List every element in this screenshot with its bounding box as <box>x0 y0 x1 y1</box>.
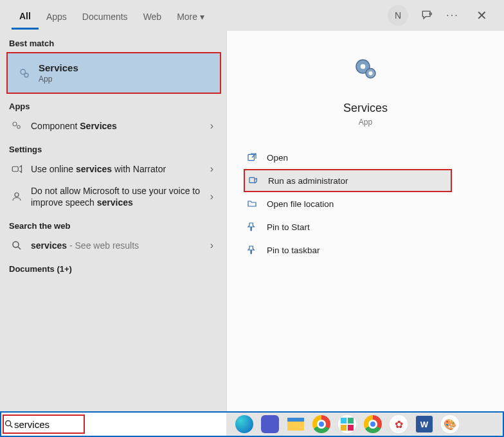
svg-point-9 <box>360 64 365 69</box>
taskbar-word-icon[interactable]: W <box>413 413 436 436</box>
label-settings: Settings <box>0 137 226 158</box>
result-best-match[interactable]: Services App <box>6 52 221 94</box>
folder-icon <box>245 199 259 209</box>
component-services-icon <box>9 120 24 132</box>
chevron-right-icon: › <box>206 163 217 175</box>
svg-point-1 <box>21 69 26 75</box>
svg-point-0 <box>429 13 431 15</box>
taskbar-chrome2-icon[interactable] <box>361 413 384 436</box>
action-pin-to-taskbar[interactable]: Pin to taskbar <box>245 238 504 262</box>
taskbar-slack-icon[interactable] <box>336 413 359 436</box>
search-box[interactable] <box>1 413 226 436</box>
preview-title: Services <box>227 102 504 115</box>
best-match-title: Services <box>39 62 211 73</box>
action-list: Open Run as administrator Open file loca… <box>227 146 504 262</box>
chevron-right-icon: › <box>206 240 217 251</box>
svg-point-14 <box>6 421 11 426</box>
gear-icon <box>17 67 32 79</box>
svg-rect-12 <box>248 154 254 160</box>
action-open-file-location[interactable]: Open file location <box>245 192 504 215</box>
speech-icon <box>9 191 24 202</box>
label-best-match: Best match <box>0 31 226 52</box>
results-column: Best match Services App Apps Component S… <box>0 31 226 411</box>
svg-point-11 <box>368 71 372 75</box>
tab-apps[interactable]: Apps <box>39 3 75 28</box>
svg-point-7 <box>13 242 19 247</box>
narrator-icon <box>9 163 24 175</box>
result-component-services[interactable]: Component Services › <box>0 115 226 137</box>
admin-shield-icon <box>246 175 260 186</box>
close-button[interactable]: ✕ <box>471 8 492 23</box>
result-web-search[interactable]: services - See web results › <box>0 235 226 256</box>
tab-more[interactable]: More ▾ <box>169 3 212 28</box>
main-split: Best match Services App Apps Component S… <box>0 31 504 411</box>
tab-all[interactable]: All <box>12 2 39 30</box>
taskbar-explorer-icon[interactable] <box>284 413 307 436</box>
feedback-icon[interactable] <box>420 8 434 22</box>
label-documents[interactable]: Documents (1+) <box>0 256 226 278</box>
preview-panel: Services App Open Run as administrator O… <box>226 31 504 411</box>
taskbar-paint-icon[interactable]: 🎨 <box>438 413 462 436</box>
top-icons: N ··· ✕ <box>388 5 498 26</box>
search-icon <box>4 419 14 429</box>
svg-point-3 <box>13 122 17 126</box>
label-apps: Apps <box>0 94 226 115</box>
label-search-web: Search the web <box>0 213 226 235</box>
search-icon <box>9 240 24 251</box>
chevron-right-icon: › <box>206 120 217 132</box>
best-match-sub: App <box>39 75 211 84</box>
chevron-right-icon: › <box>206 191 217 202</box>
result-speech-services[interactable]: Do not allow Microsoft to use your voice… <box>0 180 226 213</box>
result-narrator-services[interactable]: Use online services with Narrator › <box>0 158 226 180</box>
start-search-flyout: All Apps Documents Web More ▾ N ··· ✕ Be… <box>0 0 504 437</box>
pin-icon <box>245 245 259 255</box>
action-pin-to-start[interactable]: Pin to Start <box>245 215 504 238</box>
action-open[interactable]: Open <box>245 146 504 169</box>
search-input[interactable] <box>14 419 136 430</box>
bottom-bar: ✿ W 🎨 <box>0 411 504 437</box>
preview-sub: App <box>227 118 504 127</box>
pin-icon <box>245 222 259 232</box>
scope-tabs: All Apps Documents Web More ▾ N ··· ✕ <box>0 0 504 31</box>
action-run-as-admin[interactable]: Run as administrator <box>244 169 452 192</box>
tab-web[interactable]: Web <box>136 3 170 28</box>
taskbar-app-icon[interactable]: ✿ <box>387 413 410 436</box>
more-options-icon[interactable]: ··· <box>446 8 460 22</box>
open-icon <box>245 152 259 163</box>
tab-documents[interactable]: Documents <box>75 3 136 28</box>
user-avatar[interactable]: N <box>388 5 408 26</box>
taskbar-edge-icon[interactable] <box>233 413 256 436</box>
svg-point-6 <box>15 193 19 197</box>
svg-rect-5 <box>12 166 18 172</box>
preview-gear-icon <box>227 44 504 95</box>
svg-point-4 <box>17 125 21 129</box>
svg-rect-13 <box>249 177 255 183</box>
taskbar: ✿ W 🎨 <box>226 413 503 436</box>
taskbar-chrome-icon[interactable] <box>310 413 333 436</box>
taskbar-teams-icon[interactable] <box>258 413 282 436</box>
svg-point-2 <box>24 73 28 77</box>
